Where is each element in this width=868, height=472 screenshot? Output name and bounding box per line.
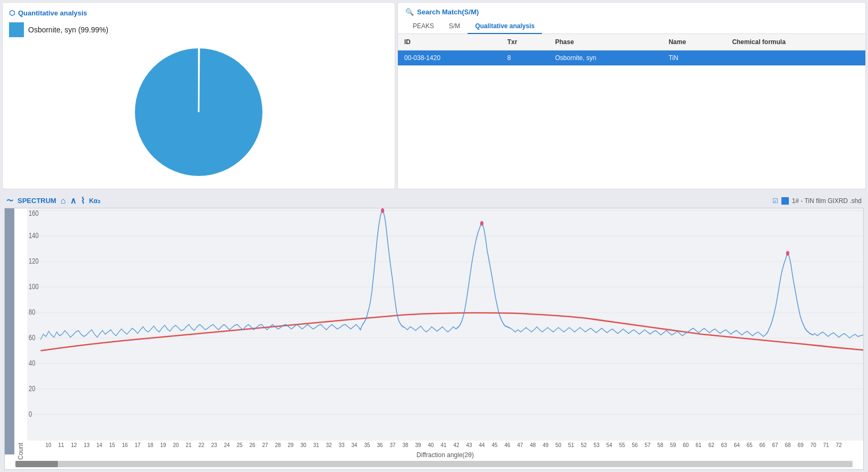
toolbar-icon-3[interactable]: ⌇ xyxy=(81,196,85,206)
svg-text:57: 57 xyxy=(644,442,651,448)
legend-item: Osbornite, syn (99.99%) xyxy=(9,22,388,37)
legend-color-box xyxy=(9,22,24,37)
svg-point-23 xyxy=(381,208,384,213)
svg-text:20: 20 xyxy=(29,384,35,393)
pie-chart xyxy=(130,43,268,181)
svg-text:60: 60 xyxy=(683,442,689,448)
svg-text:12: 12 xyxy=(71,442,77,448)
svg-text:40: 40 xyxy=(29,358,35,367)
svg-text:39: 39 xyxy=(415,442,421,448)
table-row[interactable]: 00-038-1420 8 Osbornite, syn TiN xyxy=(398,50,865,66)
svg-text:15: 15 xyxy=(109,442,115,448)
svg-text:72: 72 xyxy=(836,442,842,448)
left-scrollbar[interactable] xyxy=(5,208,14,454)
svg-text:69: 69 xyxy=(797,442,804,448)
svg-text:67: 67 xyxy=(772,442,778,448)
quantitative-analysis-panel: ⬡ Quantitative analysis Osbornite, syn (… xyxy=(2,2,395,189)
spectrum-toolbar: 〜 SPECTRUM ⌂ ∧ ⌇ Kα₂ ☑ 1# - TiN film GIX… xyxy=(2,193,866,208)
svg-text:64: 64 xyxy=(734,442,740,448)
svg-text:18: 18 xyxy=(147,442,154,448)
svg-text:56: 56 xyxy=(632,442,638,448)
search-icon: 🔍 xyxy=(405,8,414,16)
svg-text:180: 180 xyxy=(29,208,38,209)
bottom-scrollbar[interactable] xyxy=(15,461,853,467)
toolbar-icon-1[interactable]: ⌂ xyxy=(61,196,66,206)
svg-text:43: 43 xyxy=(466,442,472,448)
search-panel-header: 🔍 Search Match(S/M) xyxy=(398,3,865,16)
toolbar-icon-2[interactable]: ∧ xyxy=(70,196,76,206)
svg-text:33: 33 xyxy=(338,442,345,448)
svg-text:71: 71 xyxy=(823,442,829,448)
results-table-container: ID Txr Phase Name Chemical formula 00-03… xyxy=(398,34,865,189)
svg-text:68: 68 xyxy=(785,442,791,448)
chart-plot-area: 0 20 40 60 80 100 120 140 160 180 xyxy=(27,208,863,460)
spectrum-section: 〜 SPECTRUM ⌂ ∧ ⌇ Kα₂ ☑ 1# - TiN film GIX… xyxy=(0,191,868,472)
svg-text:38: 38 xyxy=(402,442,409,448)
col-formula: Chemical formula xyxy=(726,34,865,50)
spectrum-svg: 0 20 40 60 80 100 120 140 160 180 xyxy=(27,208,863,441)
svg-text:50: 50 xyxy=(555,442,561,448)
chart-container: Count xyxy=(4,208,864,470)
svg-text:32: 32 xyxy=(326,442,332,448)
svg-text:0: 0 xyxy=(29,409,32,418)
legend-checkbox[interactable]: ☑ xyxy=(772,197,778,205)
svg-text:28: 28 xyxy=(275,442,281,448)
pie-chart-container xyxy=(9,41,388,182)
col-id: ID xyxy=(398,34,501,50)
svg-text:36: 36 xyxy=(377,442,383,448)
svg-text:41: 41 xyxy=(440,442,447,448)
scrollbar-thumb[interactable] xyxy=(15,461,58,467)
svg-text:60: 60 xyxy=(29,333,35,342)
svg-text:80: 80 xyxy=(29,307,35,316)
x-axis-ticks: 10 11 12 13 14 15 16 17 18 19 20 21 xyxy=(27,440,863,449)
svg-text:26: 26 xyxy=(249,442,256,448)
svg-text:61: 61 xyxy=(695,442,702,448)
cell-name: TiN xyxy=(662,50,726,66)
legend-label: Osbornite, syn (99.99%) xyxy=(28,26,108,34)
tab-qualitative[interactable]: Qualitative analysis xyxy=(467,19,542,34)
svg-text:23: 23 xyxy=(211,442,217,448)
svg-text:34: 34 xyxy=(351,442,358,448)
col-phase: Phase xyxy=(549,34,662,50)
svg-text:29: 29 xyxy=(287,442,294,448)
y-axis-label: Count xyxy=(14,208,27,460)
svg-text:37: 37 xyxy=(389,442,396,448)
svg-rect-3 xyxy=(27,208,863,441)
svg-text:48: 48 xyxy=(530,442,536,448)
svg-text:13: 13 xyxy=(83,442,90,448)
svg-text:20: 20 xyxy=(173,442,179,448)
svg-text:22: 22 xyxy=(198,442,205,448)
results-table: ID Txr Phase Name Chemical formula 00-03… xyxy=(398,34,865,66)
chart-inner-wrapper: Count xyxy=(14,208,863,460)
svg-text:10: 10 xyxy=(45,442,52,448)
spectrum-legend: ☑ 1# - TiN film GIXRD .shd xyxy=(772,197,862,205)
col-name: Name xyxy=(662,34,726,50)
cell-txr: 8 xyxy=(501,50,549,66)
svg-text:11: 11 xyxy=(58,442,64,448)
svg-text:31: 31 xyxy=(313,442,319,448)
svg-text:30: 30 xyxy=(300,442,307,448)
svg-text:44: 44 xyxy=(479,442,485,448)
svg-text:62: 62 xyxy=(708,442,714,448)
svg-text:19: 19 xyxy=(160,442,166,448)
svg-text:17: 17 xyxy=(134,442,141,448)
cell-phase: Osbornite, syn xyxy=(549,50,662,66)
col-txr: Txr xyxy=(501,34,549,50)
toolbar-icon-4[interactable]: Kα₂ xyxy=(89,197,100,205)
svg-text:140: 140 xyxy=(29,231,39,240)
search-match-panel: 🔍 Search Match(S/M) PEAKS S/M Qualitativ… xyxy=(397,2,866,189)
svg-text:21: 21 xyxy=(185,442,192,448)
quant-panel-title: ⬡ Quantitative analysis xyxy=(9,9,388,17)
svg-text:63: 63 xyxy=(721,442,727,448)
svg-text:58: 58 xyxy=(657,442,663,448)
svg-text:65: 65 xyxy=(746,442,753,448)
cell-id: 00-038-1420 xyxy=(398,50,501,66)
svg-text:47: 47 xyxy=(517,442,523,448)
svg-text:55: 55 xyxy=(619,442,625,448)
svg-text:52: 52 xyxy=(581,442,587,448)
tab-sm[interactable]: S/M xyxy=(441,19,467,34)
tab-peaks[interactable]: PEAKS xyxy=(405,19,441,34)
svg-text:40: 40 xyxy=(428,442,434,448)
svg-text:54: 54 xyxy=(606,442,612,448)
svg-text:70: 70 xyxy=(810,442,816,448)
